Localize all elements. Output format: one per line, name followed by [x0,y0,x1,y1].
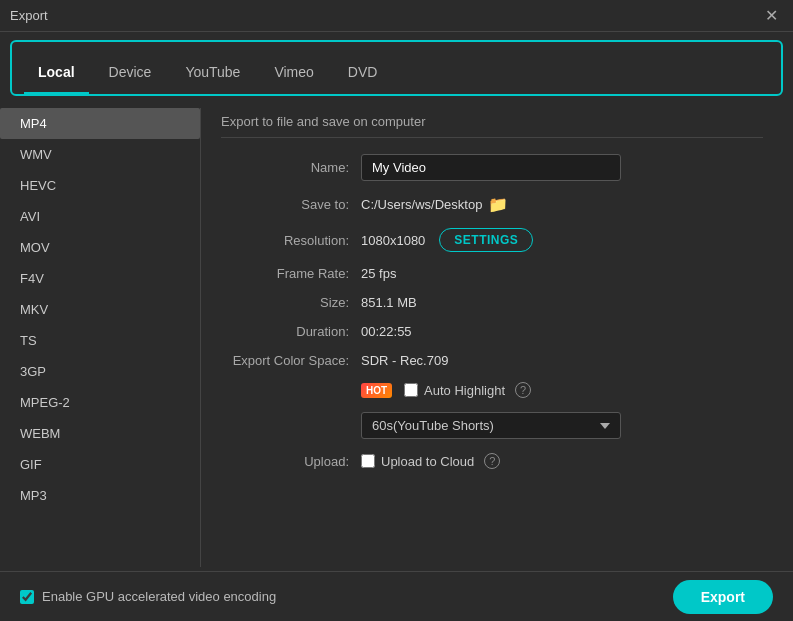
sidebar-item-hevc[interactable]: HEVC [0,170,200,201]
duration-value: 00:22:55 [361,324,412,339]
size-value: 851.1 MB [361,295,417,310]
sidebar-item-avi[interactable]: AVI [0,201,200,232]
save-to-path: C:/Users/ws/Desktop [361,197,482,212]
color-space-row: Export Color Space: SDR - Rec.709 [221,353,763,368]
gpu-label: Enable GPU accelerated video encoding [42,589,276,604]
close-button[interactable]: ✕ [760,6,783,26]
upload-container: Upload to Cloud ? [361,453,500,469]
save-to-row: Save to: C:/Users/ws/Desktop 📁 [221,195,763,214]
upload-cloud-label: Upload to Cloud [381,454,474,469]
settings-button[interactable]: SETTINGS [439,228,533,252]
tab-device[interactable]: Device [95,58,166,86]
auto-highlight-checkbox-label[interactable]: Auto Highlight [404,383,505,398]
window-title: Export [10,8,48,23]
save-to-container: C:/Users/ws/Desktop 📁 [361,195,508,214]
save-to-label: Save to: [221,197,361,212]
name-label: Name: [221,160,361,175]
size-label: Size: [221,295,361,310]
sidebar-item-wmv[interactable]: WMV [0,139,200,170]
auto-highlight-dropdown-row: 60s(YouTube Shorts) 30s 15s Custom [221,412,763,439]
auto-highlight-checkbox[interactable] [404,383,418,397]
sidebar-item-f4v[interactable]: F4V [0,263,200,294]
color-space-label: Export Color Space: [221,353,361,368]
sidebar-item-mov[interactable]: MOV [0,232,200,263]
color-space-value: SDR - Rec.709 [361,353,448,368]
tab-local[interactable]: Local [24,58,89,86]
tab-vimeo[interactable]: Vimeo [260,58,327,86]
sidebar-item-mp3[interactable]: MP3 [0,480,200,511]
sidebar-item-gif[interactable]: GIF [0,449,200,480]
tab-bar: Local Device YouTube Vimeo DVD [10,40,783,96]
sidebar-item-webm[interactable]: WEBM [0,418,200,449]
folder-icon[interactable]: 📁 [488,195,508,214]
hot-badge: HOT [361,383,392,398]
tab-youtube[interactable]: YouTube [171,58,254,86]
main-layout: MP4 WMV HEVC AVI MOV F4V MKV TS 3GP MPEG… [0,104,793,571]
auto-highlight-container: HOT Auto Highlight ? [361,382,531,398]
bottom-bar: Enable GPU accelerated video encoding Ex… [0,571,793,621]
sidebar-item-mkv[interactable]: MKV [0,294,200,325]
frame-rate-value: 25 fps [361,266,396,281]
upload-cloud-checkbox-label[interactable]: Upload to Cloud [361,454,474,469]
resolution-row: Resolution: 1080x1080 SETTINGS [221,228,763,252]
sidebar-item-mpeg2[interactable]: MPEG-2 [0,387,200,418]
auto-highlight-label: Auto Highlight [424,383,505,398]
upload-cloud-checkbox[interactable] [361,454,375,468]
upload-help-icon[interactable]: ? [484,453,500,469]
frame-rate-row: Frame Rate: 25 fps [221,266,763,281]
highlight-duration-dropdown[interactable]: 60s(YouTube Shorts) 30s 15s Custom [361,412,621,439]
name-input[interactable] [361,154,621,181]
auto-highlight-row: HOT Auto Highlight ? [221,382,763,398]
title-bar: Export ✕ [0,0,793,32]
sidebar-item-3gp[interactable]: 3GP [0,356,200,387]
resolution-container: 1080x1080 SETTINGS [361,228,533,252]
size-row: Size: 851.1 MB [221,295,763,310]
duration-row: Duration: 00:22:55 [221,324,763,339]
gpu-check-label[interactable]: Enable GPU accelerated video encoding [20,589,276,604]
auto-highlight-help-icon[interactable]: ? [515,382,531,398]
content-title: Export to file and save on computer [221,114,763,138]
sidebar: MP4 WMV HEVC AVI MOV F4V MKV TS 3GP MPEG… [0,104,200,571]
upload-row: Upload: Upload to Cloud ? [221,453,763,469]
sidebar-item-mp4[interactable]: MP4 [0,108,200,139]
resolution-label: Resolution: [221,233,361,248]
sidebar-item-ts[interactable]: TS [0,325,200,356]
resolution-value: 1080x1080 [361,233,425,248]
duration-label: Duration: [221,324,361,339]
name-row: Name: [221,154,763,181]
gpu-checkbox[interactable] [20,590,34,604]
export-button[interactable]: Export [673,580,773,614]
upload-label: Upload: [221,454,361,469]
content-area: Export to file and save on computer Name… [201,104,793,571]
frame-rate-label: Frame Rate: [221,266,361,281]
tab-dvd[interactable]: DVD [334,58,392,86]
